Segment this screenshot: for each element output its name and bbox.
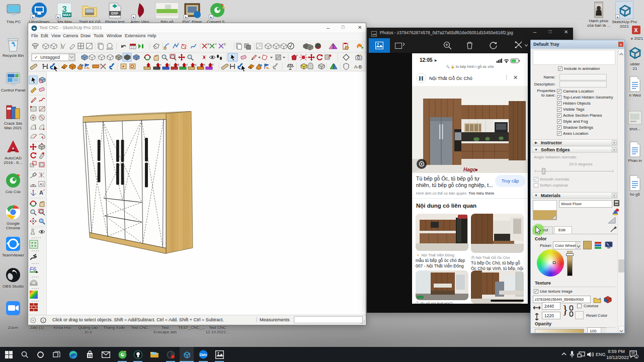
svg-text:R: R <box>177 63 180 66</box>
svg-text:X: X <box>634 27 638 33</box>
svg-text:Zalo: Zalo <box>200 353 207 356</box>
svg-text:Hago: Hago <box>463 167 476 172</box>
svg-text:Untagged: Untagged <box>40 55 60 60</box>
svg-text:J: J <box>169 63 170 66</box>
svg-text:A-B: A-B <box>354 64 362 69</box>
svg-text:A1: A1 <box>40 183 44 186</box>
svg-text:i: i <box>43 318 44 323</box>
svg-text:X: X <box>207 43 209 46</box>
svg-text:F6: F6 <box>30 266 37 272</box>
svg-text:A: A <box>39 190 43 196</box>
svg-text:DXF: DXF <box>111 12 119 15</box>
svg-text:F: F <box>212 63 214 66</box>
svg-text:X: X <box>203 63 205 66</box>
svg-text:MAX: MAX <box>63 13 71 17</box>
svg-text:=: = <box>159 63 162 66</box>
svg-text:✓: ✓ <box>34 55 38 60</box>
svg-text:V: V <box>186 63 188 66</box>
svg-text:N: N <box>194 63 196 66</box>
svg-text:Y: Y <box>215 43 217 46</box>
svg-text:Z: Z <box>224 43 226 46</box>
